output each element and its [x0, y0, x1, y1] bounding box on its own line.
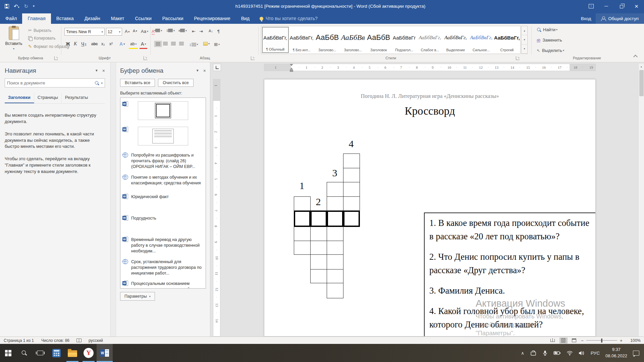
- task-view-button[interactable]: [32, 344, 48, 362]
- start-button[interactable]: [0, 344, 16, 362]
- font-dialog-launcher[interactable]: ↘: [144, 56, 147, 60]
- tab-home[interactable]: Главная: [22, 13, 51, 24]
- style-intense-emphasis[interactable]: АаБбВвГг,Сильное...: [469, 27, 494, 53]
- calculator-app-button[interactable]: [48, 344, 64, 362]
- format-painter-button[interactable]: ✎Формат по образцу: [28, 44, 70, 49]
- bold-button[interactable]: Ж: [64, 40, 71, 48]
- borders-button[interactable]: ⊞▾: [214, 42, 220, 47]
- font-color-button[interactable]: А▾: [140, 40, 147, 48]
- zoom-slider-thumb[interactable]: [601, 339, 602, 343]
- subscript-button[interactable]: x₂: [100, 40, 106, 48]
- shading-button[interactable]: ▾: [203, 42, 210, 46]
- hidden-icons-chevron-icon[interactable]: ∧: [521, 351, 524, 356]
- multilevel-list-button[interactable]: a▾: [178, 29, 187, 32]
- yandex-browser-button[interactable]: Y: [80, 344, 97, 362]
- replace-button[interactable]: abЗаменить: [537, 38, 562, 43]
- tab-insert[interactable]: Вставка: [51, 13, 79, 24]
- zoom-level[interactable]: 100%: [625, 338, 641, 343]
- save-icon[interactable]: [5, 4, 9, 8]
- read-mode-button[interactable]: [549, 338, 557, 344]
- ribbon-display-options-button[interactable]: ^: [584, 0, 599, 12]
- tab-file[interactable]: Файл: [0, 13, 22, 24]
- volume-icon[interactable]: [579, 351, 585, 356]
- word-app-button[interactable]: W: [97, 344, 113, 362]
- customize-qat-icon[interactable]: ▾: [33, 5, 35, 8]
- text-effects-button[interactable]: А▾: [118, 40, 126, 48]
- scroll-up-icon[interactable]: ▴: [639, 64, 644, 69]
- battery-icon[interactable]: [553, 351, 561, 355]
- clipboard-item[interactable]: W: [122, 101, 204, 122]
- tab-references[interactable]: Ссылки: [129, 13, 157, 24]
- align-left-button[interactable]: [154, 41, 162, 47]
- clipboard-item[interactable]: Попробуйте из расшифровать и прочитать ф…: [122, 152, 204, 170]
- align-center-button[interactable]: [163, 42, 168, 45]
- highlight-color-button[interactable]: ab▾: [129, 40, 138, 48]
- nav-tab-results[interactable]: Результаты: [62, 93, 91, 103]
- shrink-font-button[interactable]: А▼: [133, 29, 138, 33]
- increase-indent-button[interactable]: ⇥: [199, 29, 203, 34]
- share-button[interactable]: Общий доступ: [596, 13, 644, 24]
- tell-me-box[interactable]: Что вы хотите сделать?: [255, 13, 322, 24]
- navigation-pane-menu-icon[interactable]: ▾: [96, 68, 98, 73]
- clipboard-item[interactable]: W Юридический факт: [122, 194, 204, 200]
- show-marks-button[interactable]: ¶: [217, 29, 220, 34]
- paragraph-dialog-launcher[interactable]: ↘: [251, 56, 255, 60]
- grow-font-button[interactable]: А▲: [125, 29, 130, 34]
- style-subtitle[interactable]: АаБбВвГгПодзагол...: [392, 27, 417, 53]
- styles-scroll-down-icon[interactable]: ▾: [522, 35, 527, 44]
- nav-tab-headings[interactable]: Заголовки: [5, 93, 34, 103]
- strikethrough-button[interactable]: abc: [90, 40, 99, 48]
- microphone-icon[interactable]: [542, 350, 548, 356]
- clock[interactable]: 9:37 08.06.2022: [605, 347, 627, 359]
- h-ruler[interactable]: 11·2·3·4·5·6·7·8·9·10·11·12·13·14·15·16·…: [264, 64, 596, 71]
- tab-review[interactable]: Рецензирование: [189, 13, 236, 24]
- scrollbar-thumb[interactable]: [639, 70, 644, 96]
- close-button[interactable]: ×: [629, 0, 644, 12]
- style-title[interactable]: АаБбВЗаголовок: [366, 27, 391, 53]
- select-button[interactable]: ↖Выделить▾: [537, 48, 564, 53]
- zoom-in-button[interactable]: +: [620, 338, 623, 343]
- display-connect-icon[interactable]: [530, 350, 537, 356]
- styles-more-icon[interactable]: ▾: [522, 45, 527, 54]
- zoom-slider[interactable]: [586, 340, 617, 341]
- minimize-button[interactable]: [599, 0, 614, 12]
- styles-scroll-up-icon[interactable]: ▴: [522, 26, 527, 35]
- paste-all-button[interactable]: Вставить все: [120, 79, 155, 87]
- paste-button[interactable]: Вставить ▾: [3, 26, 24, 55]
- style-emphasis[interactable]: АаБбВвГг,Выделение: [443, 27, 469, 53]
- clipboard-dialog-launcher[interactable]: ↘: [54, 56, 58, 60]
- language-indicator[interactable]: русский: [85, 338, 107, 343]
- tab-selector[interactable]: [213, 64, 221, 71]
- change-case-button[interactable]: Aa▾: [141, 29, 148, 34]
- undo-icon[interactable]: ↶▾: [14, 4, 19, 9]
- vertical-scrollbar[interactable]: ▴: [638, 64, 644, 337]
- taskbar-search-button[interactable]: [16, 344, 32, 362]
- clipboard-item[interactable]: W: [122, 127, 204, 147]
- file-explorer-button[interactable]: [64, 344, 80, 362]
- style-no-spacing[interactable]: АаБбВвГг,¶ Без инт...: [289, 27, 315, 53]
- clipboard-pane-menu-icon[interactable]: ▾: [197, 68, 199, 73]
- clipboard-item[interactable]: Срок, установленный для расторжения труд…: [122, 259, 204, 276]
- document-search-input[interactable]: Поиск в документе ▾: [5, 78, 105, 87]
- copy-button[interactable]: Копировать: [28, 36, 56, 41]
- find-button[interactable]: Найти▾: [537, 27, 557, 32]
- word-count[interactable]: Число слов: 86: [38, 338, 73, 343]
- nav-tab-pages[interactable]: Страницы: [34, 93, 62, 103]
- sort-button[interactable]: А↓: [209, 29, 213, 33]
- clipboard-options-button[interactable]: Параметры▾: [120, 292, 155, 301]
- superscript-button[interactable]: x²: [108, 40, 114, 48]
- clipboard-item[interactable]: W Временный перевод на другую работу в с…: [122, 237, 204, 254]
- clear-all-button[interactable]: Очистить все: [158, 79, 194, 87]
- indent-markers[interactable]: [290, 64, 293, 72]
- navigation-pane-close-icon[interactable]: ×: [102, 68, 105, 73]
- wifi-icon[interactable]: [567, 351, 573, 356]
- tab-mailings[interactable]: Рассылки: [157, 13, 189, 24]
- tab-layout[interactable]: Макет: [106, 13, 130, 24]
- bullets-button[interactable]: •▾: [154, 29, 162, 32]
- sign-in-link[interactable]: Вход: [576, 13, 596, 24]
- cut-button[interactable]: ✂Вырезать: [28, 28, 51, 33]
- numbering-button[interactable]: 1▾: [166, 29, 175, 32]
- redo-icon[interactable]: ↻: [24, 4, 29, 9]
- print-layout-button[interactable]: [559, 338, 568, 344]
- underline-button[interactable]: Ч▾: [80, 40, 88, 48]
